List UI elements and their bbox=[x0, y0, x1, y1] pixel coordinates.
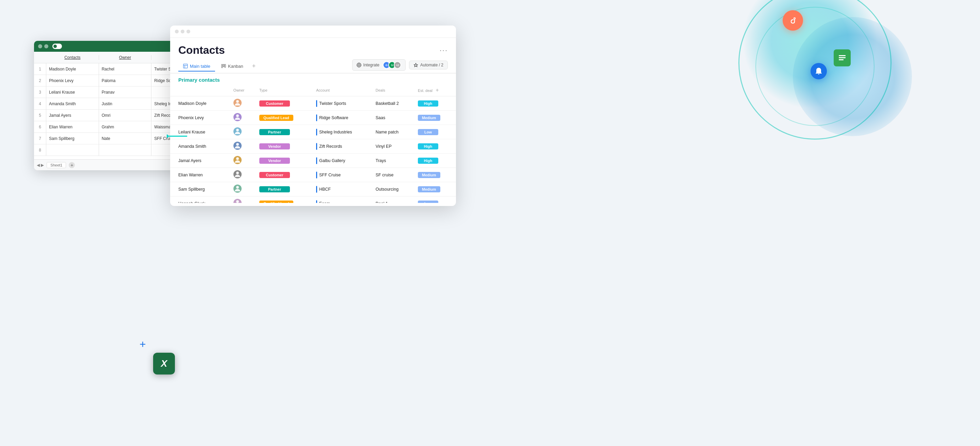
hubspot-icon bbox=[783, 10, 803, 31]
est-deal-badge: High bbox=[418, 158, 438, 164]
type-badge: Qualified Lead bbox=[259, 115, 293, 121]
account-name: HBCF bbox=[319, 187, 331, 192]
cell-deals: Name patch bbox=[372, 125, 414, 139]
table-row[interactable]: Amanda Smith Vendor Zift Records Vinyl E… bbox=[170, 139, 456, 153]
svg-point-21 bbox=[236, 200, 239, 203]
svg-point-3 bbox=[794, 18, 795, 19]
table-row[interactable]: Sam Spillberg Partner HBCF Outsourcing M… bbox=[170, 182, 456, 196]
sheet-add-button[interactable]: + bbox=[69, 162, 75, 168]
account-name: Twister Sports bbox=[319, 101, 346, 106]
cell-est-deal: High bbox=[414, 96, 456, 111]
section-title: Primary contacts bbox=[178, 77, 220, 83]
crm-dot-1 bbox=[175, 30, 179, 33]
owner-avatar bbox=[234, 156, 242, 164]
svg-point-15 bbox=[236, 115, 239, 117]
cell-account: Zift Records bbox=[312, 139, 372, 153]
cell-owner bbox=[229, 125, 255, 139]
tab-kanban-label: Kanban bbox=[228, 64, 243, 69]
page-title: Contacts bbox=[178, 44, 225, 57]
integrate-button[interactable]: Integrate G S +2 bbox=[352, 59, 406, 71]
cell-contact: Leilani Krause bbox=[46, 86, 99, 98]
add-column-button[interactable]: + bbox=[434, 86, 441, 94]
sheet-tab[interactable]: Sheet1 bbox=[47, 162, 66, 168]
cell-account: Sheleg Industries bbox=[312, 125, 372, 139]
table-row[interactable]: Elian Warren Customer SFF Cruise SF crui… bbox=[170, 168, 456, 182]
svg-point-1 bbox=[167, 134, 169, 138]
cell-owner bbox=[229, 111, 255, 125]
row-number: 1 bbox=[34, 63, 46, 75]
cell-deals: SF cruise bbox=[372, 168, 414, 182]
automate-button[interactable]: Automate / 2 bbox=[409, 61, 448, 70]
svg-rect-5 bbox=[839, 57, 846, 58]
section-header: Primary contacts bbox=[170, 73, 456, 84]
cell-owner: Rachel bbox=[99, 63, 152, 75]
est-deal-badge: Medium bbox=[418, 172, 440, 178]
crm-dot-3 bbox=[186, 30, 190, 33]
cell-contact: Sam Spillberg bbox=[46, 133, 99, 144]
cell-contact: Madison Doyle bbox=[46, 63, 99, 75]
cell-est-deal: Medium bbox=[414, 111, 456, 125]
cell-owner bbox=[229, 196, 255, 203]
table-row[interactable]: Leilani Krause Partner Sheleg Industries… bbox=[170, 125, 456, 139]
type-badge: Customer bbox=[259, 100, 290, 107]
table-row[interactable]: Madison Doyle Customer Twister Sports Ba… bbox=[170, 96, 456, 111]
tab-kanban[interactable]: Kanban bbox=[216, 62, 248, 72]
col-header-name bbox=[170, 84, 229, 96]
account-bar: Zift Records bbox=[316, 143, 368, 150]
owner-avatar bbox=[234, 99, 242, 107]
account-bar: SFF Cruise bbox=[316, 172, 368, 178]
svg-point-16 bbox=[236, 129, 239, 131]
contacts-table: Owner Type Account Deals Est. deal + Mad… bbox=[170, 84, 456, 203]
row-number: 6 bbox=[34, 121, 46, 132]
titlebar-toggle bbox=[52, 44, 62, 49]
col-header-contacts: Contacts bbox=[46, 55, 99, 60]
crm-titlebar bbox=[170, 25, 456, 38]
table-row[interactable]: Phoenix Levy Qualified Lead Ridge Softwa… bbox=[170, 111, 456, 125]
est-deal-badge: Low bbox=[418, 201, 438, 203]
excel-icon: X bbox=[153, 353, 175, 374]
cell-deals: Vinyl EP bbox=[372, 139, 414, 153]
cell-deals: Saas bbox=[372, 111, 414, 125]
cell-est-deal: Medium bbox=[414, 168, 456, 182]
add-tab-button[interactable]: + bbox=[250, 61, 259, 72]
more-options-icon[interactable]: ··· bbox=[440, 46, 448, 55]
cell-deals: Deal 1 bbox=[372, 196, 414, 203]
account-bar-line bbox=[316, 172, 317, 178]
cell-owner bbox=[229, 96, 255, 111]
account-bar: Ridge Software bbox=[316, 115, 368, 121]
col-header-deals: Deals bbox=[372, 84, 414, 96]
cell-deals: Trays bbox=[372, 153, 414, 168]
col-header-est-deal: Est. deal + bbox=[414, 84, 456, 96]
svg-point-17 bbox=[236, 143, 239, 146]
row-number: 4 bbox=[34, 98, 46, 109]
cell-name: Sam Spillberg bbox=[170, 182, 229, 196]
crm-table-body: Madison Doyle Customer Twister Sports Ba… bbox=[170, 96, 456, 203]
cell-contact bbox=[46, 144, 99, 156]
connector-line bbox=[167, 129, 187, 143]
gsheets-icon bbox=[834, 49, 851, 66]
automate-label: Automate / 2 bbox=[420, 63, 443, 67]
account-name: Ridge Software bbox=[319, 115, 348, 120]
cell-type: Customer bbox=[255, 96, 312, 111]
cell-name: Hannah Gluck bbox=[170, 196, 229, 203]
cell-account: Galbu Gallery bbox=[312, 153, 372, 168]
row-number: 8 bbox=[34, 144, 46, 156]
cell-name: Madison Doyle bbox=[170, 96, 229, 111]
crm-dot-2 bbox=[181, 30, 185, 33]
owner-avatar bbox=[234, 199, 242, 203]
cell-owner bbox=[229, 182, 255, 196]
tab-main-table[interactable]: Main table bbox=[178, 62, 215, 72]
svg-point-14 bbox=[236, 100, 239, 103]
table-row[interactable]: Hannah Gluck Qualified Lead Ecom Deal 1 … bbox=[170, 196, 456, 203]
account-bar-line bbox=[316, 129, 317, 135]
cell-deals: Basketball 2 bbox=[372, 96, 414, 111]
account-bar-line bbox=[316, 157, 317, 164]
cell-account: Ecom bbox=[312, 196, 372, 203]
cell-contact: Jamal Ayers bbox=[46, 110, 99, 121]
cell-account: SFF Cruise bbox=[312, 168, 372, 182]
account-name: Sheleg Industries bbox=[319, 130, 352, 134]
table-row[interactable]: Jamal Ayers Vendor Galbu Gallery Trays H… bbox=[170, 153, 456, 168]
svg-rect-12 bbox=[224, 64, 226, 67]
cell-type: Partner bbox=[255, 182, 312, 196]
integrate-label: Integrate bbox=[363, 63, 379, 67]
